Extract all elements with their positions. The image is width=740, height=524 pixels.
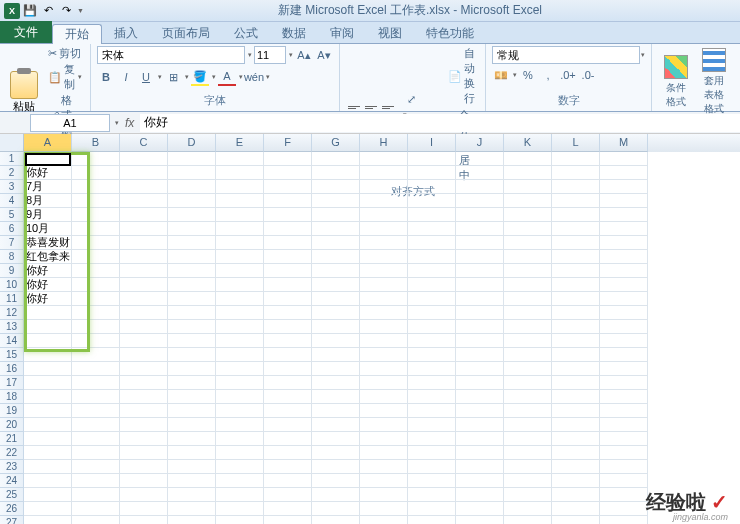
cell[interactable] bbox=[24, 320, 72, 334]
cell[interactable] bbox=[24, 362, 72, 376]
cell[interactable] bbox=[408, 488, 456, 502]
cell[interactable] bbox=[408, 460, 456, 474]
cell[interactable] bbox=[24, 376, 72, 390]
cell[interactable] bbox=[552, 432, 600, 446]
cell[interactable] bbox=[552, 194, 600, 208]
cell[interactable] bbox=[504, 306, 552, 320]
cell[interactable]: 你好 bbox=[24, 278, 72, 292]
redo-icon[interactable]: ↷ bbox=[58, 3, 74, 19]
cell[interactable] bbox=[72, 236, 120, 250]
cell[interactable] bbox=[552, 404, 600, 418]
cell[interactable] bbox=[600, 334, 648, 348]
cell[interactable] bbox=[168, 166, 216, 180]
cell[interactable] bbox=[72, 264, 120, 278]
cell[interactable] bbox=[72, 516, 120, 524]
cell[interactable] bbox=[552, 180, 600, 194]
column-header[interactable]: K bbox=[504, 134, 552, 152]
tab-insert[interactable]: 插入 bbox=[102, 23, 150, 43]
cell[interactable] bbox=[504, 250, 552, 264]
cell[interactable] bbox=[216, 278, 264, 292]
cell[interactable] bbox=[504, 208, 552, 222]
cell[interactable] bbox=[504, 166, 552, 180]
cell[interactable] bbox=[168, 180, 216, 194]
cell[interactable] bbox=[72, 306, 120, 320]
cell[interactable] bbox=[360, 166, 408, 180]
cell[interactable] bbox=[552, 152, 600, 166]
underline-button[interactable]: U bbox=[137, 68, 155, 86]
cell[interactable] bbox=[168, 292, 216, 306]
number-format-select[interactable] bbox=[492, 46, 640, 64]
column-header[interactable]: M bbox=[600, 134, 648, 152]
cell[interactable] bbox=[24, 390, 72, 404]
cell[interactable] bbox=[600, 502, 648, 516]
cell[interactable] bbox=[216, 292, 264, 306]
cell[interactable] bbox=[504, 446, 552, 460]
cell[interactable] bbox=[72, 292, 120, 306]
cell[interactable] bbox=[216, 348, 264, 362]
comma-button[interactable]: , bbox=[539, 66, 557, 84]
cell[interactable] bbox=[168, 488, 216, 502]
cell[interactable] bbox=[504, 348, 552, 362]
cell[interactable] bbox=[216, 418, 264, 432]
align-top-icon[interactable] bbox=[346, 100, 362, 114]
cell[interactable] bbox=[168, 250, 216, 264]
cell[interactable] bbox=[600, 432, 648, 446]
cell[interactable] bbox=[504, 180, 552, 194]
row-header[interactable]: 22 bbox=[0, 446, 24, 460]
cell[interactable] bbox=[552, 348, 600, 362]
cell[interactable] bbox=[600, 404, 648, 418]
cell[interactable] bbox=[456, 460, 504, 474]
cell[interactable] bbox=[216, 250, 264, 264]
cell[interactable] bbox=[312, 194, 360, 208]
copy-button[interactable]: 📋 复制▾ bbox=[46, 62, 84, 92]
row-header[interactable]: 6 bbox=[0, 222, 24, 236]
row-header[interactable]: 10 bbox=[0, 278, 24, 292]
cell[interactable] bbox=[456, 152, 504, 166]
cell[interactable] bbox=[360, 208, 408, 222]
cell[interactable] bbox=[552, 376, 600, 390]
cell[interactable] bbox=[552, 362, 600, 376]
row-header[interactable]: 21 bbox=[0, 432, 24, 446]
tab-home[interactable]: 开始 bbox=[52, 24, 102, 44]
excel-icon[interactable]: X bbox=[4, 3, 20, 19]
row-header[interactable]: 12 bbox=[0, 306, 24, 320]
row-header[interactable]: 5 bbox=[0, 208, 24, 222]
cell[interactable] bbox=[456, 432, 504, 446]
cell[interactable] bbox=[312, 236, 360, 250]
row-header[interactable]: 9 bbox=[0, 264, 24, 278]
cell[interactable] bbox=[120, 152, 168, 166]
cell[interactable] bbox=[456, 362, 504, 376]
cell[interactable] bbox=[72, 208, 120, 222]
cell[interactable] bbox=[360, 334, 408, 348]
cell[interactable] bbox=[264, 432, 312, 446]
cell[interactable] bbox=[456, 320, 504, 334]
cell[interactable] bbox=[120, 432, 168, 446]
cell[interactable] bbox=[168, 152, 216, 166]
cell[interactable] bbox=[312, 250, 360, 264]
cell[interactable] bbox=[216, 432, 264, 446]
column-header[interactable]: D bbox=[168, 134, 216, 152]
border-button[interactable]: ⊞ bbox=[164, 68, 182, 86]
cell[interactable] bbox=[408, 390, 456, 404]
cell[interactable] bbox=[312, 348, 360, 362]
cell[interactable] bbox=[120, 250, 168, 264]
cell[interactable] bbox=[168, 516, 216, 524]
formula-input[interactable] bbox=[140, 114, 740, 132]
cell[interactable] bbox=[504, 194, 552, 208]
cell[interactable]: 8月 bbox=[24, 194, 72, 208]
column-header[interactable]: H bbox=[360, 134, 408, 152]
cell[interactable] bbox=[552, 208, 600, 222]
cell[interactable] bbox=[24, 502, 72, 516]
cell[interactable] bbox=[72, 362, 120, 376]
column-header[interactable]: A bbox=[24, 134, 72, 152]
cell[interactable] bbox=[264, 250, 312, 264]
cell[interactable] bbox=[264, 180, 312, 194]
cell[interactable] bbox=[216, 334, 264, 348]
cell[interactable] bbox=[264, 320, 312, 334]
cell[interactable] bbox=[456, 166, 504, 180]
cell[interactable]: 你好 bbox=[24, 292, 72, 306]
cell[interactable] bbox=[312, 208, 360, 222]
cell[interactable] bbox=[456, 306, 504, 320]
cell[interactable] bbox=[312, 278, 360, 292]
cell[interactable] bbox=[600, 446, 648, 460]
